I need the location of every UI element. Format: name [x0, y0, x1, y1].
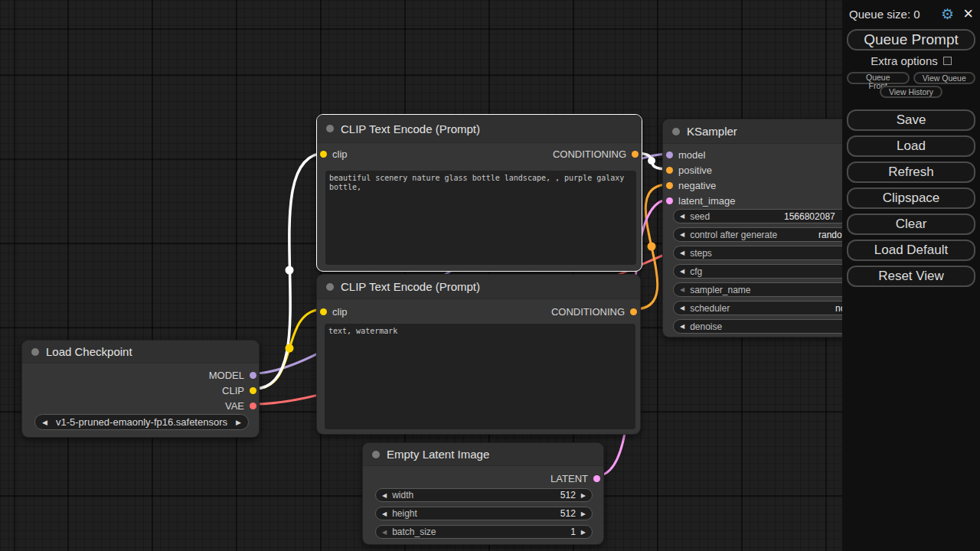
- clipspace-button[interactable]: Clipspace: [847, 187, 975, 209]
- output-slot-label: MODEL: [209, 370, 244, 381]
- clip-slot-dot[interactable]: [320, 308, 327, 315]
- collapse-dot-icon[interactable]: [372, 451, 380, 458]
- collapse-dot-icon[interactable]: [31, 348, 39, 356]
- view-history-button[interactable]: View History: [880, 86, 942, 98]
- ckpt-name-combo[interactable]: ◀ v1-5-pruned-emaonly-fp16.safetensors ▶: [34, 414, 249, 430]
- node-empty-latent-image[interactable]: Empty Latent Image LATENT ◀ width 512 ▶ …: [362, 442, 604, 545]
- decrement-arrow-icon[interactable]: ◀: [680, 231, 684, 238]
- increment-arrow-icon[interactable]: ▶: [581, 510, 586, 517]
- node-clip-text-encode-positive[interactable]: CLIP Text Encode (Prompt) clip CONDITION…: [316, 114, 642, 272]
- widget-label: sampler_name: [690, 285, 750, 295]
- node-title-bar[interactable]: CLIP Text Encode (Prompt): [317, 115, 642, 143]
- widget-label: steps: [690, 248, 712, 259]
- view-queue-button[interactable]: View Queue: [913, 72, 976, 84]
- clip-slot-dot[interactable]: [320, 151, 327, 158]
- widget-value: 1566802087: [784, 211, 835, 222]
- vae-slot-dot[interactable]: [250, 403, 256, 409]
- input-slot-negative[interactable]: negative: [666, 180, 716, 191]
- collapse-dot-icon[interactable]: [326, 125, 334, 132]
- increment-arrow-icon[interactable]: ▶: [581, 492, 586, 499]
- collapse-dot-icon[interactable]: [672, 128, 680, 135]
- load-default-button[interactable]: Load Default: [847, 240, 975, 261]
- output-slot-vae[interactable]: VAE: [222, 398, 259, 413]
- latent-slot-dot[interactable]: [593, 475, 600, 482]
- conditioning-slot-dot[interactable]: [666, 182, 673, 189]
- node-load-checkpoint[interactable]: Load Checkpoint MODEL CLIP VAE ◀ v1-5-pr…: [21, 340, 260, 438]
- input-slot-clip[interactable]: clip: [320, 148, 348, 160]
- clear-button[interactable]: Clear: [847, 214, 975, 235]
- latent-slot-dot[interactable]: [666, 197, 673, 204]
- input-slot-label: latent_image: [678, 195, 735, 207]
- width-widget[interactable]: ◀ width 512 ▶: [375, 488, 593, 502]
- height-widget[interactable]: ◀ height 512 ▶: [375, 507, 593, 520]
- link-dot-conditioning-positive: [648, 157, 655, 165]
- input-slot-model[interactable]: model: [666, 149, 705, 161]
- output-slot-conditioning[interactable]: CONDITIONING: [551, 306, 637, 318]
- widget-label: denoise: [690, 321, 722, 332]
- increment-arrow-icon[interactable]: ▶: [581, 529, 586, 536]
- widget-label: control after generate: [690, 230, 777, 240]
- reset-view-button[interactable]: Reset View: [847, 266, 975, 287]
- decrement-arrow-icon[interactable]: ◀: [680, 286, 684, 293]
- decrement-arrow-icon[interactable]: ◀: [680, 249, 684, 256]
- widget-label: batch_size: [392, 527, 436, 537]
- combo-right-arrow-icon[interactable]: ▶: [236, 419, 241, 426]
- widget-label: cfg: [690, 266, 702, 277]
- save-button[interactable]: Save: [847, 109, 975, 131]
- negative-prompt-textarea[interactable]: text, watermark: [325, 324, 635, 429]
- input-slot-label: negative: [678, 180, 716, 191]
- model-slot-dot[interactable]: [250, 372, 256, 379]
- decrement-arrow-icon[interactable]: ◀: [382, 492, 387, 499]
- queue-prompt-button[interactable]: Queue Prompt: [847, 29, 975, 51]
- output-slot-latent[interactable]: LATENT: [550, 473, 600, 484]
- input-slot-label: clip: [332, 306, 348, 318]
- queue-size-label: Queue size: 0: [849, 8, 941, 21]
- ckpt-name-value: v1-5-pruned-emaonly-fp16.safetensors: [47, 416, 236, 428]
- decrement-arrow-icon[interactable]: ◀: [680, 305, 684, 311]
- positive-prompt-textarea[interactable]: beautiful scenery nature glass bottle la…: [325, 171, 636, 265]
- decrement-arrow-icon[interactable]: ◀: [382, 510, 387, 517]
- widget-label: height: [392, 508, 417, 519]
- widget-value: 512: [560, 508, 576, 519]
- collapse-dot-icon[interactable]: [326, 283, 334, 291]
- node-title: CLIP Text Encode (Prompt): [341, 122, 480, 135]
- output-slot-label: VAE: [225, 400, 244, 412]
- input-slot-clip[interactable]: clip: [320, 306, 348, 318]
- clip-slot-dot[interactable]: [250, 387, 256, 394]
- node-graph-canvas[interactable]: CLIP Text Encode (Prompt) clip CONDITION…: [0, 0, 980, 551]
- decrement-arrow-icon[interactable]: ◀: [680, 213, 684, 220]
- node-title: Empty Latent Image: [387, 448, 489, 461]
- model-slot-dot[interactable]: [666, 152, 673, 158]
- settings-gear-icon[interactable]: ⚙: [941, 5, 954, 22]
- widget-value: 1: [570, 527, 576, 537]
- node-title-bar[interactable]: Empty Latent Image: [363, 443, 603, 466]
- batch-size-widget[interactable]: ◀ batch_size 1 ▶: [375, 525, 593, 539]
- close-sidebar-icon[interactable]: ×: [963, 8, 973, 20]
- input-slot-label: model: [678, 149, 705, 161]
- extra-options-checkbox[interactable]: [943, 57, 952, 65]
- input-slot-positive[interactable]: positive: [666, 165, 712, 176]
- output-slot-label: CLIP: [222, 385, 244, 396]
- load-button[interactable]: Load: [847, 135, 975, 157]
- conditioning-slot-dot[interactable]: [632, 151, 639, 158]
- output-slot-model[interactable]: MODEL: [206, 367, 259, 383]
- combo-left-arrow-icon[interactable]: ◀: [42, 419, 47, 426]
- input-slot-label: clip: [332, 148, 348, 160]
- decrement-arrow-icon[interactable]: ◀: [382, 529, 387, 536]
- conditioning-slot-dot[interactable]: [666, 167, 673, 174]
- output-slot-label: LATENT: [550, 473, 588, 484]
- decrement-arrow-icon[interactable]: ◀: [680, 268, 684, 275]
- node-title-bar[interactable]: Load Checkpoint: [22, 341, 259, 364]
- input-slot-latent-image[interactable]: latent_image: [666, 195, 735, 207]
- queue-front-button[interactable]: Queue Front: [847, 72, 910, 84]
- output-slot-clip[interactable]: CLIP: [219, 383, 259, 398]
- node-title: Load Checkpoint: [46, 345, 132, 358]
- node-title-bar[interactable]: CLIP Text Encode (Prompt): [317, 275, 640, 299]
- output-slot-conditioning[interactable]: CONDITIONING: [553, 148, 639, 160]
- conditioning-slot-dot[interactable]: [630, 308, 637, 315]
- input-slot-label: positive: [678, 165, 712, 176]
- widget-label: scheduler: [690, 303, 730, 314]
- decrement-arrow-icon[interactable]: ◀: [680, 323, 684, 330]
- refresh-button[interactable]: Refresh: [847, 161, 975, 183]
- node-clip-text-encode-negative[interactable]: CLIP Text Encode (Prompt) clip CONDITION…: [316, 274, 641, 435]
